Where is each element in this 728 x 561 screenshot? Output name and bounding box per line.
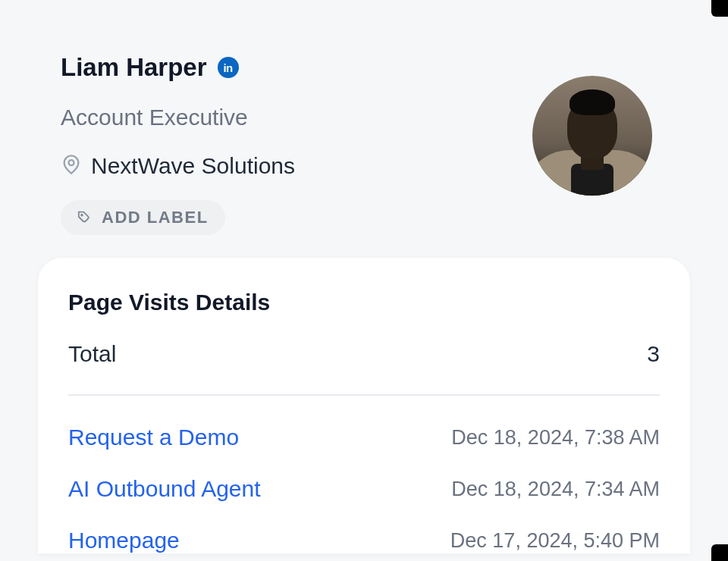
profile-header: Liam Harper in Account Executive NextWav…: [0, 0, 728, 258]
company-name: NextWave Solutions: [91, 153, 295, 179]
visit-row: Request a Demo Dec 18, 2024, 7:38 AM: [68, 425, 660, 450]
visit-page-link[interactable]: Request a Demo: [68, 425, 239, 450]
avatar[interactable]: [532, 76, 652, 196]
page-visits-heading: Page Visits Details: [68, 290, 660, 315]
total-count: 3: [647, 341, 660, 367]
tag-icon: [77, 208, 94, 227]
visit-row: Homepage Dec 17, 2024, 5:40 PM: [68, 528, 660, 553]
total-label: Total: [68, 341, 116, 367]
contact-name: Liam Harper: [61, 53, 207, 82]
visit-page-link[interactable]: Homepage: [68, 528, 180, 553]
svg-point-0: [69, 160, 74, 165]
svg-point-1: [81, 214, 83, 215]
linkedin-icon[interactable]: in: [218, 57, 239, 78]
add-label-text: ADD LABEL: [102, 208, 209, 227]
page-visits-card: Page Visits Details Total 3 Request a De…: [38, 258, 690, 553]
visit-row: AI Outbound Agent Dec 18, 2024, 7:34 AM: [68, 476, 660, 502]
total-row: Total 3: [68, 341, 660, 396]
add-label-button[interactable]: ADD LABEL: [61, 200, 225, 235]
visit-timestamp: Dec 17, 2024, 5:40 PM: [450, 529, 660, 553]
visit-timestamp: Dec 18, 2024, 7:34 AM: [451, 478, 660, 501]
location-icon: [61, 154, 82, 178]
window-corner-bottom-right: [711, 544, 728, 561]
visit-timestamp: Dec 18, 2024, 7:38 AM: [451, 426, 660, 450]
visit-list: Request a Demo Dec 18, 2024, 7:38 AM AI …: [68, 396, 660, 553]
visit-page-link[interactable]: AI Outbound Agent: [68, 476, 261, 502]
